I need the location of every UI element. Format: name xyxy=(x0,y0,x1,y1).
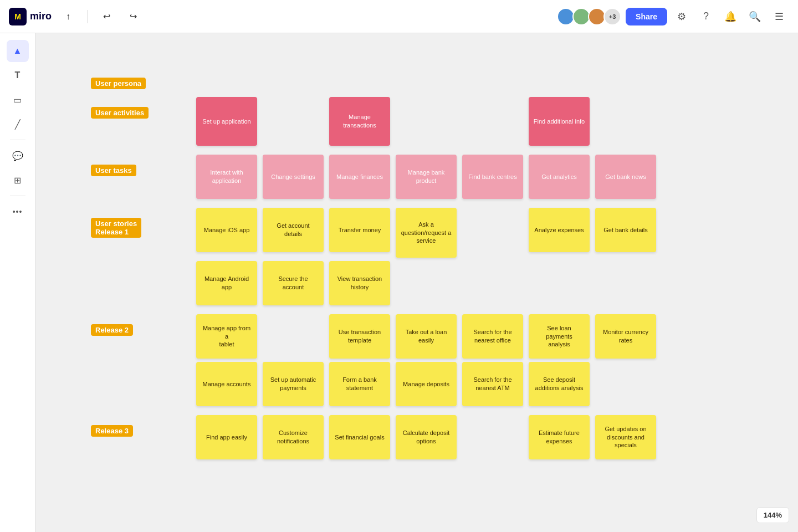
frame-tool-btn[interactable]: ⊞ xyxy=(7,169,29,191)
activity-note-0[interactable]: Set up application xyxy=(196,97,257,146)
story-r1b-2[interactable]: View transactionhistory xyxy=(329,261,390,305)
r2-note-4[interactable]: Search for thenearest office xyxy=(462,314,523,359)
canvas-content: User persona User activities Set up appl… xyxy=(91,78,656,465)
release2-row2-notes: Manage accounts Set up automaticpayments… xyxy=(196,362,590,406)
activity-note-2[interactable]: Find additional info xyxy=(529,97,590,146)
task-note-0[interactable]: Interact withapplication xyxy=(196,155,257,199)
task-note-6[interactable]: Get bank news xyxy=(595,155,656,199)
r2-note-5[interactable]: See loan paymentsanalysis xyxy=(529,314,590,359)
r3-note-0[interactable]: Find app easily xyxy=(196,415,257,459)
comment-tool-btn[interactable]: 💬 xyxy=(7,145,29,167)
release3-row1-notes: Find app easily Customizenotifications S… xyxy=(196,415,656,459)
r2-note-6[interactable]: Monitor currencyrates xyxy=(595,314,656,359)
user-persona-label-cell: User persona xyxy=(91,78,196,89)
r2b-note-1[interactable]: Set up automaticpayments xyxy=(263,362,324,406)
text-icon: T xyxy=(15,70,21,80)
stories-r1-row2-label xyxy=(91,261,196,271)
r3-note-2[interactable]: Set financial goals xyxy=(329,415,390,459)
user-activities-label: User activities xyxy=(91,107,149,119)
stories-r1-row1-notes: Manage iOS app Get account details Trans… xyxy=(196,208,656,258)
stories-r1-label: User stories Release 1 xyxy=(91,218,141,238)
release2-label-cell: Release 2 xyxy=(91,314,196,336)
comment-icon: 💬 xyxy=(12,151,23,161)
tasks-notes: Interact withapplication Change settings… xyxy=(196,155,656,199)
canvas: User persona User activities Set up appl… xyxy=(35,33,798,532)
upload-button[interactable]: ↑ xyxy=(58,7,78,27)
r2b-note-4[interactable]: Search for thenearest ATM xyxy=(462,362,523,406)
task-note-2[interactable]: Manage finances xyxy=(329,155,390,199)
user-persona-row: User persona xyxy=(91,78,656,89)
cursor-tool-btn[interactable]: ▲ xyxy=(7,40,29,62)
zoom-indicator: 144% xyxy=(756,507,789,523)
avatar-plus[interactable]: +3 xyxy=(603,8,621,25)
task-note-5[interactable]: Get analytics xyxy=(529,155,590,199)
r2-note-3[interactable]: Take out a loaneasily xyxy=(396,314,457,359)
r2-note-2[interactable]: Use transactiontemplate xyxy=(329,314,390,359)
stories-r1-label-cell: User stories Release 1 xyxy=(91,208,196,238)
release2-row2-label xyxy=(91,362,196,372)
task-note-3[interactable]: Manage bankproduct xyxy=(396,155,457,199)
sticky-tool-btn[interactable]: ▭ xyxy=(7,89,29,111)
release3-row1: Release 3 Find app easily Customizenotif… xyxy=(91,415,656,459)
left-toolbar: ▲ T ▭ ╱ 💬 ⊞ ••• xyxy=(0,33,35,532)
activity-note-1[interactable]: Manage transactions xyxy=(329,97,390,146)
help-icon-btn[interactable]: ? xyxy=(696,7,716,27)
menu-icon-btn[interactable]: ☰ xyxy=(769,7,789,27)
sticky-icon: ▭ xyxy=(13,95,22,105)
user-activities-row: User activities Set up application Manag… xyxy=(91,97,656,146)
story-r1-6[interactable]: Get bank details xyxy=(595,208,656,252)
more-icon: ••• xyxy=(13,207,23,216)
task-note-1[interactable]: Change settings xyxy=(263,155,324,199)
story-r1b-0[interactable]: Manage Androidapp xyxy=(196,261,257,305)
miro-icon: M xyxy=(9,8,27,25)
story-r1-0[interactable]: Manage iOS app xyxy=(196,208,257,252)
redo-button[interactable]: ↪ xyxy=(123,7,143,27)
topbar-left: M miro ↑ ↩ ↪ xyxy=(9,7,143,27)
r2-note-0[interactable]: Manage app from atablet xyxy=(196,314,257,359)
story-r1-1[interactable]: Get account details xyxy=(263,208,324,252)
frame-icon: ⊞ xyxy=(14,175,21,186)
share-button[interactable]: Share xyxy=(626,8,667,25)
r3-note-5[interactable]: Estimate futureexpenses xyxy=(529,415,590,459)
line-tool-btn[interactable]: ╱ xyxy=(7,113,29,135)
story-r1b-1[interactable]: Secure the account xyxy=(263,261,324,305)
undo-button[interactable]: ↩ xyxy=(96,7,116,27)
more-tool-btn[interactable]: ••• xyxy=(7,201,29,223)
topbar-right: +3 Share ⚙ ? 🔔 🔍 ☰ xyxy=(557,7,789,27)
user-activities-label-cell: User activities xyxy=(91,97,196,119)
undo-icon: ↩ xyxy=(103,11,110,22)
upload-icon: ↑ xyxy=(66,12,70,22)
story-r1-5[interactable]: Analyze expenses xyxy=(529,208,590,252)
r3-note-1[interactable]: Customizenotifications xyxy=(263,415,324,459)
release2-row2: Manage accounts Set up automaticpayments… xyxy=(91,362,656,406)
story-r1-2[interactable]: Transfer money xyxy=(329,208,390,252)
task-note-4[interactable]: Find bank centres xyxy=(462,155,523,199)
line-icon: ╱ xyxy=(15,119,21,130)
search-icon-btn[interactable]: 🔍 xyxy=(745,7,765,27)
settings-icon-btn[interactable]: ⚙ xyxy=(672,7,692,27)
r2b-note-3[interactable]: Manage deposits xyxy=(396,362,457,406)
story-r1-3[interactable]: Ask aquestion/request aservice xyxy=(396,208,457,258)
stories-r1-row2-notes: Manage Androidapp Secure the account Vie… xyxy=(196,261,390,305)
stories-r1-row: User stories Release 1 Manage iOS app Ge… xyxy=(91,208,656,258)
cursor-icon: ▲ xyxy=(13,46,22,56)
r3-note-6[interactable]: Get updates ondiscounts andspecials xyxy=(595,415,656,459)
release3-label-cell: Release 3 xyxy=(91,415,196,437)
avatar-group: +3 xyxy=(557,8,621,25)
user-persona-label: User persona xyxy=(91,78,146,89)
r2b-note-2[interactable]: Form a bankstatement xyxy=(329,362,390,406)
release2-row1-notes: Manage app from atablet Use transactiont… xyxy=(196,314,656,359)
text-tool-btn[interactable]: T xyxy=(7,64,29,86)
topbar: M miro ↑ ↩ ↪ +3 Share ⚙ ? 🔔 🔍 ☰ xyxy=(0,0,798,33)
tool-separator-2 xyxy=(10,196,25,196)
r2b-note-5[interactable]: See depositadditions analysis xyxy=(529,362,590,406)
r2b-note-0[interactable]: Manage accounts xyxy=(196,362,257,406)
activities-notes: Set up application Manage transactions F… xyxy=(196,97,590,146)
tool-separator xyxy=(10,140,25,140)
notifications-icon-btn[interactable]: 🔔 xyxy=(720,7,740,27)
r3-note-3[interactable]: Calculate depositoptions xyxy=(396,415,457,459)
stories-r1-row2: Manage Androidapp Secure the account Vie… xyxy=(91,261,656,305)
miro-logo[interactable]: M miro xyxy=(9,8,52,25)
user-tasks-row: User tasks Interact withapplication Chan… xyxy=(91,155,656,199)
divider xyxy=(87,10,88,23)
